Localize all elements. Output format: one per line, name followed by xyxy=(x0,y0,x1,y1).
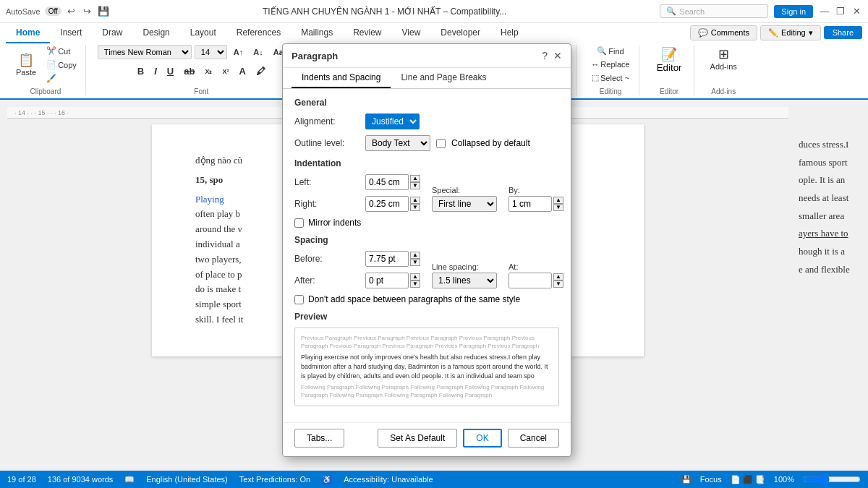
right-spinbox[interactable] xyxy=(365,196,409,212)
before-label: Before: xyxy=(294,254,359,264)
dont-add-checkbox[interactable] xyxy=(294,295,304,304)
dialog-tab-linebreaks[interactable]: Line and Page Breaks xyxy=(391,68,496,88)
at-label: At: xyxy=(509,262,563,271)
after-spinbox[interactable] xyxy=(365,273,409,288)
spacing-title: Spacing xyxy=(294,235,559,245)
dialog-body: General Alignment: Justified Outline lev… xyxy=(283,89,571,422)
after-decrement[interactable]: ▼ xyxy=(410,281,420,288)
dialog-tab-indents[interactable]: Indents and Spacing xyxy=(292,68,391,88)
outline-row: Outline level: Body Text Collapsed by de… xyxy=(294,135,559,151)
before-decrement[interactable]: ▼ xyxy=(410,259,420,266)
before-spinbox-group: ▲ ▼ xyxy=(365,251,420,267)
by-spinbox-buttons: ▲ ▼ xyxy=(553,197,563,211)
by-label: By: xyxy=(509,186,563,194)
mirror-row: Mirror indents xyxy=(294,218,559,228)
preview-content: Playing exercise not only improves one's… xyxy=(301,353,553,380)
outline-select[interactable]: Body Text xyxy=(365,135,430,151)
by-spinbox[interactable] xyxy=(509,196,552,212)
at-decrement[interactable]: ▼ xyxy=(553,281,563,288)
set-default-button[interactable]: Set As Default xyxy=(378,429,457,448)
right-indent-row: Right: ▲ ▼ xyxy=(294,196,420,212)
ok-button[interactable]: OK xyxy=(463,429,501,448)
dialog-titlebar: Paragraph ? ✕ xyxy=(283,44,571,68)
after-label: After: xyxy=(294,275,359,286)
indentation-rows: Left: ▲ ▼ Right: xyxy=(294,174,559,218)
right-spinbox-group: ▲ ▼ xyxy=(365,196,420,212)
left-right-col: Left: ▲ ▼ Right: xyxy=(294,174,420,218)
after-spinbox-group: ▲ ▼ xyxy=(365,273,420,288)
after-spinbox-buttons: ▲ ▼ xyxy=(410,273,420,288)
spacing-section: Spacing Before: ▲ ▼ xyxy=(294,235,559,304)
general-section-title: General xyxy=(294,98,559,108)
dialog-title: Paragraph xyxy=(292,51,338,61)
before-row: Before: ▲ ▼ xyxy=(294,251,420,267)
alignment-label: Alignment: xyxy=(294,116,359,127)
dialog-title-buttons: ? ✕ xyxy=(542,50,562,61)
special-row: Special: First line By: ▲ xyxy=(432,186,563,212)
mirror-label: Mirror indents xyxy=(308,218,361,228)
linespacing-col: Line spacing: 1.5 lines At: xyxy=(432,262,563,294)
left-spinbox-group: ▲ ▼ xyxy=(365,174,420,190)
tabs-button[interactable]: Tabs... xyxy=(294,429,344,448)
indentation-section: Indentation Left: ▲ ▼ xyxy=(294,158,559,228)
spacing-rows: Before: ▲ ▼ After: xyxy=(294,251,559,294)
at-spinbox-buttons: ▲ ▼ xyxy=(553,273,563,288)
at-spinbox-group: ▲ ▼ xyxy=(509,273,563,288)
linespacing-select[interactable]: 1.5 lines xyxy=(432,273,497,288)
special-select[interactable]: First line xyxy=(432,196,497,212)
at-spinbox[interactable] xyxy=(509,273,552,288)
after-row: After: ▲ ▼ xyxy=(294,273,420,288)
at-increment[interactable]: ▲ xyxy=(553,273,563,281)
indentation-title: Indentation xyxy=(294,158,559,168)
general-section: General Alignment: Justified Outline lev… xyxy=(294,98,559,151)
after-increment[interactable]: ▲ xyxy=(410,273,420,281)
by-spinbox-group: ▲ ▼ xyxy=(509,196,563,212)
by-decrement[interactable]: ▼ xyxy=(553,204,563,211)
dont-add-row: Don't add space between paragraphs of th… xyxy=(294,294,559,304)
right-spinbox-buttons: ▲ ▼ xyxy=(410,197,420,211)
before-spinbox[interactable] xyxy=(365,251,409,267)
left-spinbox[interactable] xyxy=(365,174,409,190)
before-after-col: Before: ▲ ▼ After: xyxy=(294,251,420,294)
by-form-col: By: ▲ ▼ xyxy=(509,186,563,212)
dialog-close-button[interactable]: ✕ xyxy=(553,50,562,61)
dialog-overlay: Paragraph ? ✕ Indents and Spacing Line a… xyxy=(0,0,868,488)
outline-label: Outline level: xyxy=(294,138,359,148)
linespacing-label: Line spacing: xyxy=(432,262,497,271)
dont-add-label: Don't add space between paragraphs of th… xyxy=(308,294,520,304)
left-indent-row: Left: ▲ ▼ xyxy=(294,174,420,190)
dialog-tabs: Indents and Spacing Line and Page Breaks xyxy=(283,68,571,89)
preview-section: Preview Previous Paragraph Previous Para… xyxy=(294,312,559,406)
preview-title: Preview xyxy=(294,312,559,322)
left-label: Left: xyxy=(294,177,359,187)
special-col: Special: First line By: ▲ xyxy=(432,186,563,218)
before-spinbox-buttons: ▲ ▼ xyxy=(410,252,420,266)
left-decrement[interactable]: ▼ xyxy=(410,182,420,189)
left-spinbox-buttons: ▲ ▼ xyxy=(410,175,420,189)
right-decrement[interactable]: ▼ xyxy=(410,204,420,211)
left-increment[interactable]: ▲ xyxy=(410,175,420,182)
right-increment[interactable]: ▲ xyxy=(410,197,420,204)
ls-form-col: Line spacing: 1.5 lines xyxy=(432,262,497,288)
dialog-footer: Tabs... Set As Default OK Cancel xyxy=(283,422,571,456)
alignment-row: Alignment: Justified xyxy=(294,114,559,129)
collapsed-label: Collapsed by default xyxy=(451,138,530,148)
special-label: Special: xyxy=(432,186,497,194)
right-label: Right: xyxy=(294,199,359,209)
mirror-checkbox[interactable] xyxy=(294,218,304,228)
by-increment[interactable]: ▲ xyxy=(553,197,563,204)
alignment-select[interactable]: Justified xyxy=(365,114,420,129)
preview-following: Following Paragraph Following Paragraph … xyxy=(301,383,553,399)
at-form-col: At: ▲ ▼ xyxy=(509,262,563,288)
cancel-button[interactable]: Cancel xyxy=(508,429,559,448)
dialog-help-button[interactable]: ? xyxy=(542,50,548,61)
linespacing-row: Line spacing: 1.5 lines At: xyxy=(432,262,563,288)
before-increment[interactable]: ▲ xyxy=(410,252,420,259)
preview-box: Previous Paragraph Previous Paragraph Pr… xyxy=(294,328,559,406)
special-form-col: Special: First line xyxy=(432,186,497,212)
collapsed-checkbox[interactable] xyxy=(436,139,446,148)
paragraph-dialog: Paragraph ? ✕ Indents and Spacing Line a… xyxy=(282,43,571,457)
preview-previous: Previous Paragraph Previous Paragraph Pr… xyxy=(301,334,553,350)
